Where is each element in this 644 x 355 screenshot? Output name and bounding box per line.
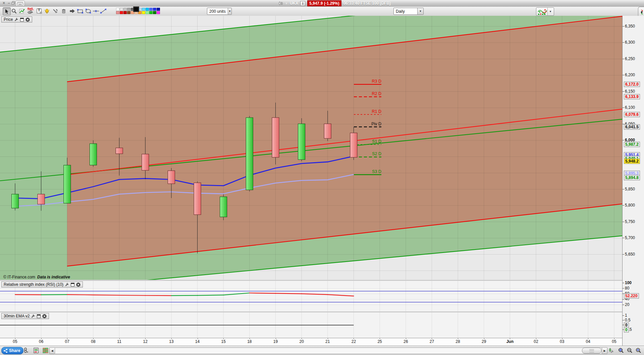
zoom-tool-icon[interactable] — [10, 7, 18, 15]
settings-tools-icon[interactable] — [52, 7, 59, 15]
close-panel-icon[interactable] — [25, 17, 30, 22]
color-swatch[interactable] — [138, 11, 142, 14]
color-swatch[interactable] — [116, 8, 119, 11]
color-swatch[interactable] — [153, 11, 156, 14]
report-icon[interactable] — [32, 347, 40, 354]
color-swatch[interactable] — [135, 11, 138, 14]
chart-display-settings-icon[interactable] — [608, 347, 615, 354]
color-swatch[interactable] — [142, 8, 145, 11]
date-label: 27 — [424, 339, 439, 344]
candle-06 — [38, 194, 45, 204]
price-tick: 6,200 — [623, 73, 635, 77]
ema-panel-label: 30min EMA v2 — [4, 314, 30, 318]
color-swatch[interactable] — [134, 7, 139, 11]
restore-window-icon[interactable] — [11, 1, 15, 5]
chart-style-button[interactable]: ▼ — [536, 7, 554, 16]
detach-panel-icon[interactable] — [71, 283, 74, 286]
instrument-symbol[interactable]: UKX — [290, 1, 298, 6]
horizontal-scrollbar[interactable] — [55, 347, 602, 354]
horizontal-segment-tool-icon[interactable] — [92, 7, 100, 15]
ellipse-tool-icon[interactable] — [85, 7, 92, 15]
candle-05 — [12, 194, 19, 208]
price-tick: 6,350 — [623, 24, 635, 29]
share-button[interactable]: Share — [1, 347, 23, 354]
close-window-icon[interactable]: × — [2, 1, 6, 5]
price-tick: 6,250 — [623, 56, 635, 61]
date-label: 08 — [86, 339, 101, 344]
trendline-tool-icon[interactable] — [100, 7, 107, 15]
price-chart[interactable]: R3 DR2 DR1 DPiv DS1 DS2 DS3 D — [0, 16, 622, 280]
color-swatch[interactable] — [116, 11, 119, 14]
zoom-in-icon[interactable] — [635, 347, 642, 354]
color-swatch[interactable] — [123, 8, 127, 11]
raff-channel-tool-icon[interactable] — [26, 7, 34, 15]
candle-11 — [116, 148, 123, 153]
rectangle-tool-icon[interactable] — [76, 7, 84, 15]
cursor-tool-icon[interactable] — [3, 7, 11, 15]
color-swatch[interactable] — [131, 11, 134, 14]
bottom-toolbar: Share ◀ ▶ — [0, 346, 644, 355]
pivot-label: S2 D — [372, 151, 381, 156]
text-tool-icon[interactable] — [36, 7, 43, 15]
wrench-icon[interactable] — [65, 282, 69, 286]
color-swatch[interactable] — [157, 8, 160, 11]
color-swatch[interactable] — [153, 8, 156, 11]
title-bar: × – ▼ UKX i 5,947.9 (-1.29%) 06:33:40 FT… — [0, 0, 644, 7]
copyright-note: © IT-Finance.comData is indicative — [3, 275, 70, 279]
color-swatch[interactable] — [131, 8, 134, 11]
wrench-icon[interactable] — [14, 17, 18, 21]
info-icon[interactable]: i — [300, 1, 305, 6]
minimize-window-icon[interactable]: – — [7, 1, 11, 5]
order-book-icon[interactable] — [42, 347, 49, 354]
zoom-out-icon[interactable] — [626, 347, 633, 354]
detach-panel-icon[interactable] — [37, 314, 41, 318]
color-swatch[interactable] — [127, 8, 130, 11]
color-swatch[interactable] — [149, 8, 153, 11]
alert-bell-icon[interactable] — [43, 7, 51, 15]
close-panel-icon[interactable] — [42, 314, 47, 318]
color-swatch[interactable] — [146, 11, 149, 14]
indicators-tool-icon[interactable] — [18, 7, 26, 15]
price-axis[interactable]: 6,3506,3006,2506,2006,1506,1006,0506,000… — [622, 16, 644, 346]
link-charts-icon[interactable] — [22, 347, 30, 354]
color-swatch[interactable] — [146, 8, 149, 11]
detach-panel-icon[interactable] — [20, 18, 24, 21]
rsi-chart[interactable] — [0, 281, 622, 311]
rsi-panel-header: Relative strength index (RSI) (10) — [1, 281, 83, 287]
chevron-down-icon[interactable]: ▼ — [417, 8, 423, 14]
ema-panel-header: 30min EMA v2 — [1, 313, 49, 319]
color-palette[interactable] — [116, 8, 160, 14]
date-label: Jun — [502, 339, 517, 344]
date-label: 15 — [216, 339, 231, 344]
date-axis[interactable]: 05060708111213141518192021222526272829Ju… — [0, 338, 622, 346]
date-label: 28 — [450, 339, 465, 344]
zoom-fit-icon[interactable] — [617, 347, 625, 354]
units-dropdown[interactable]: 200 units ▼ — [207, 8, 232, 15]
scroll-right-button[interactable]: ▶ — [602, 347, 607, 354]
candle-15 — [220, 197, 227, 217]
color-swatch[interactable] — [120, 8, 123, 11]
pivot-label: S3 D — [372, 169, 381, 174]
price-level-badge: 6,079.6 — [624, 112, 640, 117]
price-tick: 5,650 — [623, 252, 635, 257]
virtual-keyboard-button[interactable] — [15, 1, 25, 6]
arrow-tool-icon[interactable] — [68, 7, 76, 15]
chevron-down-icon[interactable]: ▼ — [547, 8, 553, 15]
price-change-badge: 5,947.9 (-1.29%) — [307, 0, 341, 6]
chevron-down-icon[interactable]: ▼ — [285, 2, 288, 5]
color-swatch[interactable] — [142, 11, 145, 14]
color-swatch[interactable] — [127, 11, 130, 14]
color-swatch[interactable] — [120, 11, 123, 14]
color-swatch[interactable] — [149, 11, 153, 14]
timeframe-dropdown[interactable]: Daily ▼ — [393, 8, 424, 15]
ema-chart[interactable] — [0, 312, 622, 338]
color-swatch[interactable] — [138, 8, 142, 11]
color-swatch[interactable] — [123, 11, 127, 14]
scroll-left-button[interactable]: ◀ — [49, 347, 55, 354]
scrollbar-thumb[interactable] — [582, 348, 601, 354]
wrench-icon[interactable] — [31, 314, 35, 318]
delete-trash-icon[interactable] — [60, 7, 67, 15]
close-panel-icon[interactable] — [76, 282, 80, 287]
chevron-down-icon[interactable]: ▼ — [228, 8, 231, 14]
color-swatch[interactable] — [157, 11, 160, 14]
